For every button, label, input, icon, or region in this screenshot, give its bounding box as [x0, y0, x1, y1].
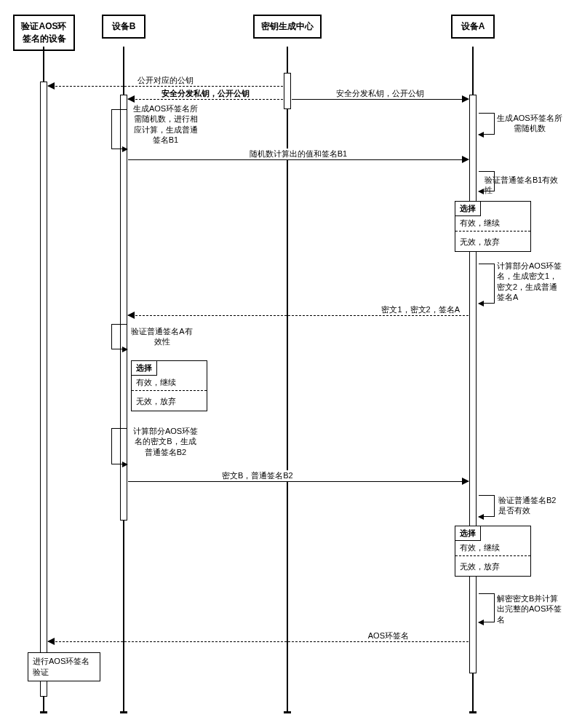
- selfcall-b-verify-a: [111, 324, 127, 349]
- note-a-verify-b2: 验证普通签名B2是否有效: [498, 495, 564, 516]
- participant-kgc: 密钥生成中心: [253, 15, 322, 39]
- participant-device-a: 设备A: [451, 15, 495, 39]
- alt-tag: 选择: [455, 526, 481, 541]
- alt-invalid: 无效，放弃: [460, 561, 500, 572]
- selfcall-a-verify-b2: [479, 495, 495, 517]
- alt-a2: 选择 有效，继续 无效，放弃: [455, 526, 531, 577]
- note-a-verify-b1: 验证普通签名B1有效性: [485, 175, 565, 196]
- alt-invalid: 无效，放弃: [460, 237, 500, 248]
- alt-a1: 选择 有效，继续 无效，放弃: [455, 201, 531, 252]
- participant-device-b: 设备B: [102, 15, 146, 39]
- msg-aos-sig: AOS环签名: [48, 641, 469, 641]
- participant-verifier: 验证AOS环签名的设备: [13, 15, 75, 51]
- activation-device-a: [469, 95, 477, 673]
- activation-kgc: [284, 73, 291, 109]
- alt-tag: 选择: [132, 361, 157, 376]
- lifeline-kgc: [287, 47, 288, 713]
- note-b-gen-rand: 生成AOS环签名所需随机数，进行相应计算，生成普通签名B1: [131, 103, 200, 145]
- activation-verifier: [40, 82, 47, 697]
- selfcall-a-calc-part: [479, 264, 495, 304]
- msg-rand-b1-label: 随机数计算出的值和签名B1: [248, 149, 348, 159]
- alt-valid: 有效，继续: [460, 542, 500, 553]
- end-tick: [40, 711, 47, 713]
- alt-valid: 有效，继续: [136, 377, 176, 388]
- alt-valid: 有效，继续: [460, 218, 500, 229]
- msg-c1c2-siga-label: 密文1，密文2，签名A: [380, 304, 461, 315]
- msg-rand-b1: 随机数计算出的值和签名B1: [128, 159, 469, 159]
- note-b-calc-cb: 计算部分AOS环签名的密文B，生成普通签名B2: [131, 426, 200, 457]
- msg-distribute-a: 安全分发私钥，公开公钥: [292, 98, 469, 99]
- msg-cb-b2: 密文B，普通签名B2: [128, 480, 469, 481]
- selfcall-b-gen-rand: [111, 109, 127, 149]
- note-a-calc-part: 计算部分AOS环签名，生成密文1，密文2，生成普通签名A: [497, 261, 564, 302]
- alt-tag: 选择: [455, 202, 481, 216]
- msg-aos-sig-label: AOS环签名: [367, 630, 410, 641]
- selfcall-a-gen-rand: [479, 113, 495, 135]
- msg-distribute-b: 安全分发私钥，公开公钥: [128, 98, 283, 99]
- msg-pubkey-label: 公开对应的公钥: [136, 75, 195, 86]
- msg-distribute-b-label: 安全分发私钥，公开公钥: [160, 88, 251, 99]
- end-tick: [120, 711, 127, 713]
- end-tick: [469, 711, 477, 713]
- note-v-verify: 进行AOS环签名验证: [28, 652, 100, 681]
- alt-b: 选择 有效，继续 无效，放弃: [131, 360, 207, 411]
- end-tick: [284, 711, 291, 713]
- alt-invalid: 无效，放弃: [136, 396, 176, 407]
- msg-c1c2-siga: 密文1，密文2，签名A: [128, 314, 469, 315]
- selfcall-a-decrypt: [479, 593, 495, 622]
- note-a-decrypt: 解密密文B并计算出完整的AOS环签名: [497, 593, 564, 625]
- selfcall-b-calc-cb: [111, 428, 127, 464]
- note-b-verify-a: 验证普通签名A有效性: [131, 326, 193, 347]
- note-a-gen-rand: 生成AOS环签名所需随机数: [497, 113, 562, 134]
- msg-cb-b2-label: 密文B，普通签名B2: [220, 470, 295, 481]
- msg-distribute-a-label: 安全分发私钥，公开公钥: [335, 88, 426, 99]
- msg-pubkey: 公开对应的公钥: [48, 85, 283, 86]
